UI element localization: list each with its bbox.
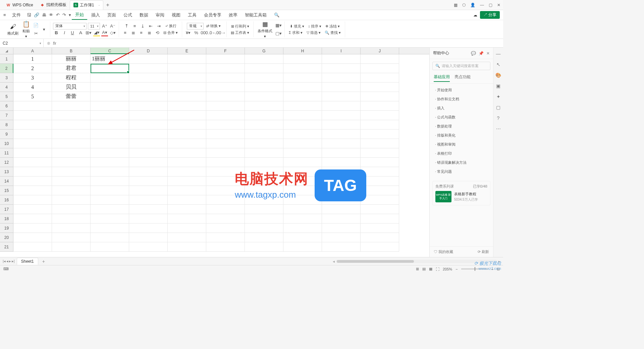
cell-I2[interactable] bbox=[322, 64, 361, 73]
menu-page[interactable]: 页面 bbox=[104, 11, 119, 19]
cell-B14[interactable] bbox=[52, 177, 91, 186]
cell-I21[interactable] bbox=[322, 242, 361, 252]
cell-I11[interactable] bbox=[322, 148, 361, 158]
menu-file[interactable]: 文件 bbox=[9, 11, 24, 19]
cell-A16[interactable] bbox=[13, 195, 52, 205]
decimal-increase-icon[interactable]: .0← bbox=[209, 30, 216, 36]
zoom-slider[interactable] bbox=[461, 268, 488, 269]
layers-icon[interactable]: ▣ bbox=[496, 83, 500, 89]
cell-A6[interactable] bbox=[13, 101, 52, 111]
cell-I9[interactable] bbox=[322, 130, 361, 139]
help-item[interactable]: 排版和美化 bbox=[430, 131, 493, 140]
cell-D18[interactable] bbox=[129, 214, 168, 223]
cell-B11[interactable] bbox=[52, 148, 91, 158]
cell-A14[interactable] bbox=[13, 177, 52, 186]
cell-D19[interactable] bbox=[129, 223, 168, 233]
cell-F21[interactable] bbox=[206, 242, 245, 252]
cell-J4[interactable] bbox=[361, 83, 399, 92]
row-header-1[interactable]: 1 bbox=[0, 54, 13, 64]
cell-F15[interactable] bbox=[206, 186, 245, 195]
cell-D17[interactable] bbox=[129, 205, 168, 214]
cell-F13[interactable] bbox=[206, 167, 245, 177]
col-header-J[interactable]: J bbox=[361, 48, 399, 54]
cell-A21[interactable] bbox=[13, 242, 52, 252]
row-col-button[interactable]: ⊞行和列▾ bbox=[230, 23, 251, 30]
col-header-H[interactable]: H bbox=[283, 48, 322, 54]
cell-E19[interactable] bbox=[168, 223, 206, 233]
decimal-decrease-icon[interactable]: .00→ bbox=[217, 30, 224, 36]
decrease-font-icon[interactable]: A⁻ bbox=[109, 23, 116, 30]
cell-G8[interactable] bbox=[245, 120, 283, 130]
row-header-21[interactable]: 21 bbox=[0, 242, 13, 252]
cell-C5[interactable] bbox=[91, 92, 129, 101]
cell-E10[interactable] bbox=[168, 139, 206, 148]
cell-F9[interactable] bbox=[206, 130, 245, 139]
col-header-F[interactable]: F bbox=[206, 48, 245, 54]
row-header-17[interactable]: 17 bbox=[0, 205, 13, 214]
copy-icon[interactable]: 📄 bbox=[33, 22, 39, 29]
zoom-value[interactable]: 205% bbox=[443, 267, 452, 271]
menu-vip[interactable]: 会员专享 bbox=[201, 11, 225, 19]
col-header-A[interactable]: A bbox=[13, 48, 52, 54]
cell-E5[interactable] bbox=[168, 92, 206, 101]
cell-D10[interactable] bbox=[129, 139, 168, 148]
cell-H10[interactable] bbox=[283, 139, 322, 148]
sheet-nav-prev[interactable]: ◂ bbox=[6, 259, 8, 263]
cell-D4[interactable] bbox=[129, 83, 168, 92]
cell-F16[interactable] bbox=[206, 195, 245, 205]
comma-icon[interactable]: 000 bbox=[201, 30, 208, 36]
cell-G9[interactable] bbox=[245, 130, 283, 139]
menu-insert[interactable]: 插入 bbox=[88, 11, 103, 19]
cell-C16[interactable] bbox=[91, 195, 129, 205]
cell-H13[interactable] bbox=[283, 167, 322, 177]
window-layout-icon[interactable]: ▦ bbox=[454, 3, 458, 7]
cell-G3[interactable] bbox=[245, 73, 283, 83]
cell-C8[interactable] bbox=[91, 120, 129, 130]
cell-E13[interactable] bbox=[168, 167, 206, 177]
sum-button[interactable]: Σ求和▾ bbox=[287, 30, 304, 36]
italic-icon[interactable]: I bbox=[61, 30, 68, 36]
cell-G16[interactable] bbox=[245, 195, 283, 205]
currency-icon[interactable]: ¥▾ bbox=[185, 30, 192, 36]
cell-C11[interactable] bbox=[91, 148, 129, 158]
print-icon[interactable]: 🖶 bbox=[42, 12, 46, 17]
cell-I19[interactable] bbox=[322, 223, 361, 233]
col-header-G[interactable]: G bbox=[245, 48, 283, 54]
cond-format-button[interactable]: ▦条件格式▾ bbox=[256, 20, 274, 39]
zoom-fit-icon[interactable]: ⊡ bbox=[497, 267, 500, 271]
cell-J1[interactable] bbox=[361, 54, 399, 64]
more-icon[interactable]: ⋯ bbox=[496, 126, 501, 132]
cell-I1[interactable] bbox=[322, 54, 361, 64]
cell-H11[interactable] bbox=[283, 148, 322, 158]
cell-J18[interactable] bbox=[361, 214, 399, 223]
cell-C6[interactable] bbox=[91, 101, 129, 111]
help-item[interactable]: 插入 bbox=[430, 104, 493, 113]
cell-E9[interactable] bbox=[168, 130, 206, 139]
cell-H17[interactable] bbox=[283, 205, 322, 214]
help-item[interactable]: 错误现象解决方法 bbox=[430, 158, 493, 167]
menu-tools[interactable]: 工具 bbox=[184, 11, 200, 19]
redo-icon[interactable]: ↷ bbox=[62, 12, 66, 17]
row-header-5[interactable]: 5 bbox=[0, 92, 13, 101]
percent-icon[interactable]: % bbox=[193, 30, 200, 36]
cell-E2[interactable] bbox=[168, 64, 206, 73]
align-bottom-icon[interactable]: ⤓ bbox=[140, 23, 146, 30]
cell-E12[interactable] bbox=[168, 158, 206, 167]
cell-G13[interactable] bbox=[245, 167, 283, 177]
cell-F3[interactable] bbox=[206, 73, 245, 83]
align-right-icon[interactable]: ≡ bbox=[138, 30, 145, 36]
cell-E1[interactable] bbox=[168, 54, 206, 64]
cancel-icon[interactable]: ⊗ bbox=[47, 41, 50, 46]
share-button[interactable]: ↗ 分享 bbox=[480, 11, 500, 19]
cell-A9[interactable] bbox=[13, 130, 52, 139]
chat-icon[interactable]: 💬 bbox=[471, 51, 476, 56]
cell-H6[interactable] bbox=[283, 101, 322, 111]
cell-A19[interactable] bbox=[13, 223, 52, 233]
cell-J21[interactable] bbox=[361, 242, 399, 252]
fill-color-icon[interactable]: ◢▾ bbox=[93, 30, 100, 36]
cell-A10[interactable] bbox=[13, 139, 52, 148]
cell-I7[interactable] bbox=[322, 111, 361, 120]
avatar-icon[interactable]: 👤 bbox=[470, 3, 475, 7]
cell-G21[interactable] bbox=[245, 242, 283, 252]
cell-B15[interactable] bbox=[52, 186, 91, 195]
